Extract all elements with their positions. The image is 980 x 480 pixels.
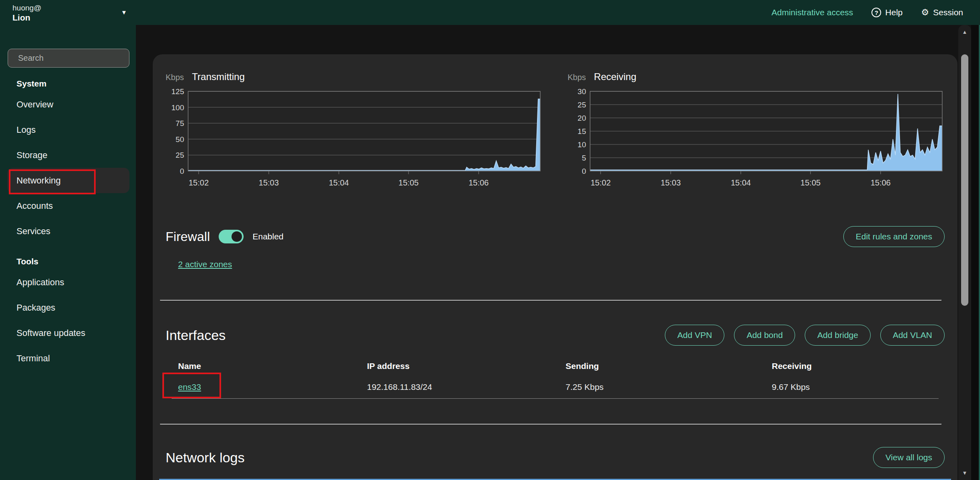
scrollbar-thumb[interactable] — [961, 54, 968, 306]
networking-page: Kbps Transmitting 025507510012515:0215:0… — [136, 25, 980, 480]
svg-text:100: 100 — [171, 103, 184, 112]
sidebar-item-applications[interactable]: Applications — [0, 270, 136, 295]
add-bond-button[interactable]: Add bond — [734, 325, 795, 346]
view-all-logs-button[interactable]: View all logs — [873, 447, 945, 468]
svg-text:30: 30 — [578, 88, 586, 96]
scrollbar: ▲ ▼ — [958, 25, 971, 480]
sidebar-item-overview[interactable]: Overview — [0, 92, 136, 117]
sidebar-item-logs[interactable]: Logs — [0, 117, 136, 142]
transmitting-title: Transmitting — [192, 71, 245, 82]
interface-receiving-value: 9.67 Kbps — [765, 382, 939, 392]
column-receiving: Receiving — [765, 361, 939, 371]
svg-text:15:03: 15:03 — [661, 178, 681, 187]
sidebar-item-storage[interactable]: Storage — [0, 142, 136, 168]
network-logs-title: Network logs — [166, 450, 245, 466]
firewall-section-header: Firewall Enabled Edit rules and zones — [166, 225, 945, 248]
networking-card: Kbps Transmitting 025507510012515:0215:0… — [153, 54, 957, 480]
table-row: ens33 192.168.11.83/24 7.25 Kbps 9.67 Kb… — [172, 375, 939, 399]
receiving-unit-label: Kbps — [568, 73, 586, 82]
sidebar-nav: System Overview Logs Storage Networking … — [0, 76, 136, 371]
network-logs-section-header: Network logs View all logs — [166, 445, 945, 470]
svg-text:10: 10 — [578, 140, 586, 149]
receiving-chart: Kbps Receiving 05101520253015:0215:0315:… — [568, 71, 945, 189]
svg-text:20: 20 — [578, 114, 586, 122]
transmitting-plot: 025507510012515:0215:0315:0415:0515:06 — [166, 88, 543, 189]
firewall-state-label: Enabled — [252, 232, 283, 241]
firewall-title: Firewall — [166, 229, 210, 244]
gear-icon: ⚙ — [921, 8, 929, 17]
add-vlan-button[interactable]: Add VLAN — [880, 325, 945, 346]
svg-text:15:06: 15:06 — [871, 178, 891, 187]
interface-sending-value: 7.25 Kbps — [559, 382, 765, 392]
section-divider — [160, 300, 941, 301]
help-label: Help — [885, 8, 902, 17]
edit-rules-and-zones-button[interactable]: Edit rules and zones — [843, 226, 945, 247]
svg-text:0: 0 — [180, 167, 184, 175]
traffic-charts: Kbps Transmitting 025507510012515:0215:0… — [166, 71, 945, 189]
column-name: Name — [172, 361, 361, 371]
column-ip-address: IP address — [361, 361, 559, 371]
interfaces-title: Interfaces — [166, 328, 226, 343]
sidebar-item-services[interactable]: Services — [0, 218, 136, 244]
help-menu[interactable]: ? Help — [871, 8, 902, 17]
receiving-plot: 05101520253015:0215:0315:0415:0515:06 — [568, 88, 945, 189]
nav-group-tools: Tools — [0, 253, 136, 270]
svg-text:25: 25 — [578, 101, 586, 109]
section-divider — [160, 424, 941, 424]
scroll-up-icon[interactable]: ▲ — [958, 29, 971, 35]
receiving-title: Receiving — [594, 71, 636, 82]
svg-text:15:06: 15:06 — [469, 178, 489, 187]
chevron-down-icon: ▼ — [121, 9, 127, 16]
host-switcher[interactable]: huong@ Lion ▼ — [12, 3, 129, 23]
svg-text:50: 50 — [176, 135, 184, 144]
column-sending: Sending — [559, 361, 765, 371]
help-icon: ? — [871, 8, 881, 17]
svg-text:0: 0 — [582, 167, 586, 175]
session-label: Session — [933, 8, 963, 17]
interface-ens33-link[interactable]: ens33 — [178, 382, 201, 391]
interfaces-table: Name IP address Sending Receiving ens33 … — [172, 357, 939, 399]
session-menu[interactable]: ⚙ Session — [921, 8, 963, 17]
add-vpn-button[interactable]: Add VPN — [665, 325, 724, 346]
svg-text:15:02: 15:02 — [189, 178, 209, 187]
table-header-row: Name IP address Sending Receiving — [172, 357, 939, 375]
svg-text:25: 25 — [176, 151, 184, 159]
interface-ip-value: 192.168.11.83/24 — [361, 382, 559, 392]
svg-text:15:04: 15:04 — [731, 178, 751, 187]
sidebar-item-networking[interactable]: Networking — [7, 168, 129, 193]
sidebar-item-terminal[interactable]: Terminal — [0, 346, 136, 371]
interfaces-section-header: Interfaces Add VPN Add bond Add bridge A… — [166, 323, 945, 347]
svg-text:5: 5 — [582, 154, 586, 162]
search-input[interactable] — [18, 54, 125, 63]
cockpit-app: huong@ Lion ▼ Administrative access ? He… — [0, 0, 980, 480]
nav-group-system: System — [0, 76, 136, 92]
svg-text:75: 75 — [176, 119, 184, 128]
sidebar-search — [8, 49, 129, 68]
add-bridge-button[interactable]: Add bridge — [805, 325, 871, 346]
svg-text:15:05: 15:05 — [398, 178, 418, 187]
svg-text:125: 125 — [171, 88, 184, 96]
svg-text:15:05: 15:05 — [800, 178, 820, 187]
hostname: Lion — [12, 13, 129, 23]
scroll-down-icon[interactable]: ▼ — [958, 470, 971, 476]
sidebar-item-software-updates[interactable]: Software updates — [0, 320, 136, 346]
firewall-toggle[interactable] — [219, 230, 244, 243]
sidebar-item-packages[interactable]: Packages — [0, 295, 136, 320]
window-edge — [971, 25, 980, 480]
sidebar-item-accounts[interactable]: Accounts — [0, 193, 136, 218]
svg-text:15:04: 15:04 — [329, 178, 349, 187]
interfaces-actions: Add VPN Add bond Add bridge Add VLAN — [665, 325, 945, 346]
administrative-access-link[interactable]: Administrative access — [771, 8, 853, 17]
toggle-knob-icon — [232, 231, 242, 242]
masthead: huong@ Lion ▼ Administrative access ? He… — [0, 0, 980, 25]
svg-text:15: 15 — [578, 127, 586, 136]
active-zones-link[interactable]: 2 active zones — [178, 260, 232, 269]
svg-text:15:02: 15:02 — [590, 178, 611, 187]
masthead-actions: Administrative access ? Help ⚙ Session — [771, 0, 963, 25]
transmitting-chart: Kbps Transmitting 025507510012515:0215:0… — [166, 71, 543, 189]
transmitting-unit-label: Kbps — [166, 73, 184, 82]
svg-text:15:03: 15:03 — [259, 178, 279, 187]
username: huong@ — [12, 3, 129, 13]
sidebar: System Overview Logs Storage Networking … — [0, 25, 136, 480]
